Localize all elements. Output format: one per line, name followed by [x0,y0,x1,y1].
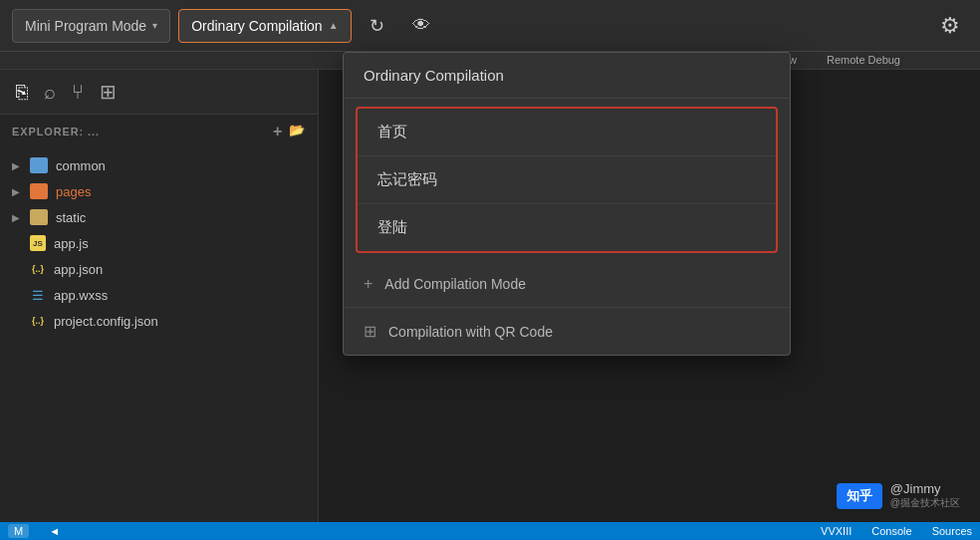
mini-program-mode-label: Mini Program Mode [25,18,146,34]
list-item[interactable]: ▶ JS app.js [0,230,318,256]
dropdown-title: Ordinary Compilation [344,53,790,99]
status-arrow: ◄ [49,525,60,537]
file-name: pages [56,184,91,199]
toolbar-right: ⚙ [932,8,968,44]
file-name: app.json [54,262,103,277]
file-name: app.js [54,236,89,251]
folder-icon [30,157,48,173]
copy-icon[interactable]: ⎘ [16,81,28,104]
qr-code-label: Compilation with QR Code [388,324,553,340]
qr-icon: ⊞ [364,322,376,341]
status-sources[interactable]: Sources [932,525,972,537]
file-tree: ▶ common ▶ pages ▶ static ▶ JS app.js [0,148,318,540]
wxss-file-icon: ☰ [30,287,46,303]
sidebar-icon-bar: ⎘ ⌕ ⑂ ⊞ [0,70,318,115]
status-console[interactable]: Console [871,525,911,537]
chevron-up-icon: ▲ [329,20,339,31]
file-name: static [56,210,86,225]
explorer-label: EXPLORER: ... [12,126,100,137]
file-name: project.config.json [54,314,158,329]
add-compilation-label: Add Compilation Mode [384,276,526,292]
refresh-icon: ↻ [369,15,384,37]
dropdown-items-section: 首页 忘记密码 登陆 [356,107,778,253]
status-bar-right: VVXIII Console Sources [821,525,972,537]
dropdown-item-homepage[interactable]: 首页 [358,109,776,156]
ordinary-compilation-button[interactable]: Ordinary Compilation ▲ [178,9,351,43]
json-file-icon: {..} [30,313,46,329]
status-m: M [8,524,29,538]
forgot-password-label: 忘记密码 [377,170,437,187]
arrow-icon: ▶ [12,186,22,197]
dropdown-item-login[interactable]: 登陆 [358,204,776,251]
file-name: common [56,158,106,173]
new-file-button[interactable]: + [273,123,283,140]
ordinary-compilation-label: Ordinary Compilation [191,18,323,34]
explorer-actions: + 📂 [273,123,306,140]
dropdown-item-forgot-password[interactable]: 忘记密码 [358,156,776,204]
folder-icon [30,183,48,199]
list-item[interactable]: ▶ common [0,152,318,178]
sidebar: ⎘ ⌕ ⑂ ⊞ EXPLORER: ... + 📂 ▶ common ▶ p [0,70,319,540]
debug-icon: ⚙ [940,13,960,39]
list-item[interactable]: ▶ static [0,204,318,230]
js-file-icon: JS [30,235,46,251]
list-item[interactable]: ▶ ☰ app.wxss [0,282,318,308]
new-folder-button[interactable]: 📂 [289,123,306,140]
status-vvxiii: VVXIII [821,525,852,537]
watermark-sub: @掘金技术社区 [890,496,960,510]
list-item[interactable]: ▶ {..} project.config.json [0,308,318,334]
chevron-down-icon: ▾ [152,20,157,31]
git-icon[interactable]: ⑂ [72,81,84,104]
refresh-button[interactable]: ↻ [360,8,395,44]
homepage-label: 首页 [377,123,407,139]
plus-icon: + [364,275,372,293]
folder-icon [30,209,48,225]
watermark: 知乎 @Jimmy @掘金技术社区 [837,481,960,510]
watermark-badge: 知乎 [837,483,882,509]
search-icon[interactable]: ⌕ [44,81,56,104]
explorer-header: EXPLORER: ... + 📂 [0,115,318,148]
main-toolbar: Mini Program Mode ▾ Ordinary Compilation… [0,0,980,52]
add-compilation-mode-button[interactable]: + Add Compilation Mode [344,261,790,308]
arrow-icon: ▶ [12,212,22,223]
preview-button[interactable]: 👁 [403,8,439,44]
preview-icon: 👁 [412,15,430,36]
mini-program-mode-button[interactable]: Mini Program Mode ▾ [12,9,170,43]
compilation-qr-code-button[interactable]: ⊞ Compilation with QR Code [344,308,790,355]
list-item[interactable]: ▶ {..} app.json [0,256,318,282]
debug-button[interactable]: ⚙ [932,8,968,44]
watermark-name: @Jimmy [890,481,960,496]
arrow-icon: ▶ [12,160,22,171]
remote-debug-label: Remote Debug [827,54,920,66]
json-file-icon: {..} [30,261,46,277]
file-name: app.wxss [54,288,108,303]
status-bar: M ◄ VVXIII Console Sources [0,522,980,540]
login-label: 登陆 [377,218,407,235]
list-item[interactable]: ▶ pages [0,178,318,204]
compilation-dropdown: Ordinary Compilation 首页 忘记密码 登陆 + Add Co… [343,52,791,356]
layout-icon[interactable]: ⊞ [100,80,117,104]
